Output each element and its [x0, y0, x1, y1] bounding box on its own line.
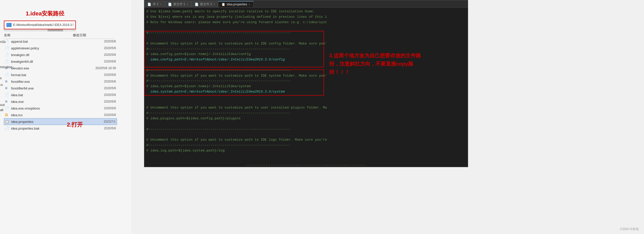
editor-line	[146, 121, 466, 127]
tab-newfile1[interactable]: 📄 新文件 1 ×	[165, 1, 192, 7]
tab-icon: 📄	[195, 3, 199, 6]
file-date: 2020/5/6	[93, 86, 116, 90]
tab-label: 件 2	[153, 2, 158, 6]
file-name: breakgen64.dll	[11, 60, 93, 64]
column-name-header: 名称	[4, 33, 60, 38]
list-item[interactable]: 📄 idea.exe.vmoptions 2020/5/6	[4, 105, 117, 112]
tab-close-icon[interactable]: ×	[160, 3, 162, 6]
editor-line: # Note for Windows users: please make su…	[146, 20, 466, 25]
left-label-all: all	[0, 108, 3, 112]
exe-icon: ⚙	[5, 80, 10, 83]
dll-icon: 📄	[5, 53, 10, 57]
file-date: 2020/5/6	[93, 100, 116, 103]
editor-tabs[interactable]: 📄 件 2 × 📄 新文件 1 × 📄 新文件 3 × 📋 idea.prope…	[144, 0, 468, 7]
editor-line: # Uncomment this option if you want to c…	[146, 105, 466, 111]
tab-newfile3[interactable]: 📄 新文件 3 ×	[192, 1, 218, 7]
left-label-s2: ›s	[0, 83, 3, 87]
file-name: append.bat	[11, 40, 93, 43]
exe-icon: ⚙	[5, 66, 10, 70]
file-name: format.bat	[11, 73, 93, 77]
list-item[interactable]: ⚙ elevator.exe 2020/5/6 16:39	[4, 65, 117, 71]
tab-icon: 📋	[221, 3, 225, 6]
file-name: idea.exe	[11, 100, 93, 104]
tab-label: 新文件 3	[200, 2, 212, 6]
file-date: 2020/5/6	[93, 127, 116, 130]
bat-icon: 📄	[5, 40, 10, 43]
tab-close-icon[interactable]: ×	[213, 3, 215, 6]
file-date: 2020/5/6	[93, 73, 116, 77]
editor-line: #---------------------------------------…	[146, 111, 466, 116]
svg-rect-1	[7, 24, 9, 24]
file-name: elevator.exe	[11, 66, 93, 70]
editor-line: # idea.plugins.path=${idea.config.path}/…	[146, 116, 466, 121]
annotation-step3: 3.这两个地方改为自己想要存放的文件路径，注意斜杠方向，不要直接copy路径！！…	[329, 51, 427, 76]
path-text: E:\WorksoftInstall\Idea\IntelliJ IDEA 20…	[13, 23, 73, 27]
list-item[interactable]: 🖼 idea.ico 2020/5/6	[4, 112, 117, 118]
editor-line: #---------------------------------------…	[146, 30, 466, 36]
editor-line: # Uncomment this option if you want to c…	[146, 41, 466, 47]
file-name: fsnotifier64.exe	[11, 86, 93, 90]
tab-close-icon[interactable]: ×	[249, 3, 250, 6]
editor-line: # Use ${idea.home.path} macro to specify…	[146, 9, 466, 14]
dll-icon: 📄	[5, 60, 10, 63]
editor-line: # Uncomment this option if you want to c…	[146, 137, 466, 143]
tab-close-icon[interactable]: ×	[187, 3, 188, 6]
tab-file2[interactable]: 📄 件 2 ×	[144, 1, 165, 7]
tab-label: idea.properties	[227, 3, 247, 6]
svg-rect-0	[7, 24, 11, 26]
ico-icon: 🖼	[5, 113, 10, 117]
tab-icon: 📄	[168, 3, 172, 6]
list-item[interactable]: 📄 appletviewer.policy 2020/5/6	[4, 45, 117, 51]
policy-icon: 📄	[5, 46, 10, 50]
list-item[interactable]: 📄 breakgen.dll 2020/5/6	[4, 51, 117, 58]
left-label-s: s	[0, 76, 2, 80]
editor-line: # idea.log.path=${idea.system.path}/log	[146, 148, 466, 154]
horizontal-scrollbar[interactable]	[4, 29, 76, 31]
editor-line: #---------------------------------------…	[146, 127, 466, 132]
list-item[interactable]: 📄 append.bat 2020/5/6	[4, 38, 117, 45]
list-item[interactable]: ⚙ fsnotifier.exe 2020/5/6	[4, 78, 117, 85]
column-date-header: 修改日期	[60, 33, 86, 38]
file-name: idea.bat	[11, 93, 93, 97]
watermark: CSDN 中医笔	[620, 227, 639, 231]
file-date: 2020/5/6	[93, 40, 116, 43]
file-date: 2020/5/6	[93, 46, 116, 50]
file-date: 2020/5/6 16:39	[93, 66, 116, 70]
file-name: appletviewer.policy	[11, 46, 93, 50]
list-item[interactable]: 📄 format.bat 2020/5/6	[4, 71, 117, 78]
scrollbar-thumb[interactable]	[48, 29, 63, 31]
file-date: 2023/7/1	[93, 120, 116, 123]
exe-icon: ⚙	[5, 86, 10, 90]
editor-line: #---------------------------------------…	[146, 143, 466, 148]
annotation-step1: 1.idea安装路径	[26, 10, 64, 17]
editor-line	[146, 132, 466, 137]
editor-line	[146, 36, 466, 41]
editor-content: # Use ${idea.home.path} macro to specify…	[144, 7, 468, 167]
editor-line	[146, 25, 466, 30]
list-item[interactable]: 📄 breakgen64.dll 2020/5/6	[4, 58, 117, 65]
list-item-selected[interactable]: 📋 idea.properties 2023/7/1	[4, 118, 117, 125]
exe-icon: ⚙	[5, 100, 10, 103]
file-date: 2020/5/6	[93, 53, 116, 57]
editor-line: #---------------------------------------…	[146, 47, 466, 52]
list-item[interactable]: ⚙ idea.exe 2020/5/6	[4, 98, 117, 105]
bak-icon: 📄	[5, 127, 10, 130]
list-item[interactable]: 📄 idea.bat 2020/5/6	[4, 92, 117, 98]
file-date: 2020/5/6	[93, 93, 116, 97]
file-name: idea.ico	[11, 113, 93, 117]
file-explorer: 1.idea安装路径 E:\WorksoftInstall\Idea\Intel…	[0, 0, 131, 234]
list-item[interactable]: ⚙ fsnotifier64.exe 2020/5/6	[4, 85, 117, 92]
tab-idea-properties[interactable]: 📋 idea.properties ×	[218, 1, 254, 7]
tab-icon: 📄	[147, 3, 151, 6]
editor-line: # Use ${xxx} where xxx is any Java prope…	[146, 14, 466, 20]
list-item[interactable]: 📄 idea.properties.bak 2020/5/6	[4, 125, 117, 132]
file-name: idea.exe.vmoptions	[11, 106, 93, 110]
properties-icon: 📋	[5, 120, 10, 123]
file-date: 2020/5/6	[93, 60, 116, 63]
editor-line	[146, 95, 466, 100]
path-bar[interactable]: E:\WorksoftInstall\Idea\IntelliJ IDEA 20…	[4, 21, 76, 29]
bottom-dashes: ----------------------------------------…	[144, 163, 468, 167]
folder-icon	[6, 23, 12, 27]
file-name: breakgen.dll	[11, 53, 93, 57]
tab-label: 新文件 1	[173, 2, 185, 6]
